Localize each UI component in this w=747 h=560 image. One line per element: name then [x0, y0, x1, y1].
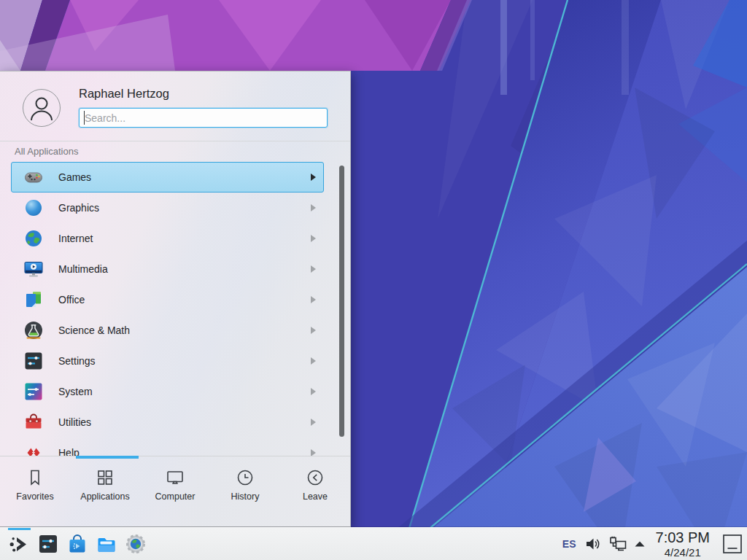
chevron-right-icon [311, 419, 316, 426]
menu-item-help[interactable]: Help [11, 438, 324, 456]
globe-icon [23, 228, 44, 249]
chevron-right-icon [311, 265, 316, 273]
active-tab-indicator [76, 456, 139, 459]
monitor-play-icon [23, 259, 44, 279]
grid-icon [96, 468, 115, 487]
menu-item-utilities[interactable]: Utilities [11, 407, 324, 438]
chevron-right-icon [311, 296, 316, 303]
app-launcher-button[interactable] [4, 528, 34, 560]
menu-item-label: Settings [58, 355, 96, 367]
gamepad-icon [23, 167, 44, 187]
menu-item-graphics[interactable]: Graphics [11, 192, 324, 223]
flask-icon [23, 320, 44, 341]
header-divider [0, 141, 350, 141]
computer-icon [166, 468, 185, 487]
system-tray: ES 7:03 PM 4/24/21 [561, 530, 743, 558]
menu-item-science-math[interactable]: Science & Math [11, 315, 324, 346]
menu-item-office[interactable]: Office [11, 284, 324, 315]
launcher-tab-bar: Favorites Applications [0, 456, 350, 526]
help-hands-icon [23, 443, 44, 456]
menu-item-label: Help [58, 447, 80, 456]
plasma-launcher-icon [8, 533, 30, 555]
browser-globe-icon [125, 533, 147, 555]
discover-icon [66, 533, 88, 555]
tab-favorites[interactable]: Favorites [0, 456, 70, 526]
tab-applications[interactable]: Applications [70, 456, 140, 526]
clock-icon [236, 468, 255, 487]
system-settings-icon [37, 533, 59, 555]
digital-clock[interactable]: 7:03 PM 4/24/21 [656, 530, 710, 558]
tab-computer[interactable]: Computer [140, 456, 210, 526]
sphere-icon [23, 198, 44, 218]
user-icon [23, 90, 60, 126]
web-browser-launcher[interactable] [121, 528, 150, 560]
chevron-right-icon [311, 204, 316, 211]
taskbar-panel: ES 7:03 PM 4/24/21 [0, 527, 747, 560]
menu-item-label: Science & Math [58, 324, 130, 336]
chevron-right-icon [311, 449, 316, 456]
menu-item-settings[interactable]: Settings [11, 346, 324, 376]
category-list: Games Graphics [11, 162, 324, 456]
menu-item-games[interactable]: Games [11, 162, 324, 192]
menu-item-label: System [58, 386, 93, 397]
keyboard-layout-indicator[interactable]: ES [561, 538, 578, 550]
tab-history[interactable]: History [210, 456, 280, 526]
chevron-right-icon [311, 388, 316, 395]
menu-item-label: Internet [58, 233, 93, 244]
folder-icon [96, 533, 117, 555]
system-sliders-icon [23, 381, 44, 402]
menu-item-system[interactable]: System [11, 376, 324, 407]
clock-time: 7:03 PM [656, 530, 710, 545]
section-label: All Applications [15, 146, 78, 157]
leave-icon [306, 468, 325, 487]
system-settings-launcher[interactable] [34, 528, 63, 560]
menu-item-label: Office [58, 294, 85, 306]
application-launcher-menu: Raphael Hertzog All Applications [0, 71, 351, 527]
menu-item-multimedia[interactable]: Multimedia [11, 254, 324, 284]
network-icon[interactable] [608, 535, 627, 553]
chevron-right-icon [311, 327, 316, 334]
desktop: Raphael Hertzog All Applications [0, 0, 747, 560]
chevron-right-icon [311, 235, 316, 242]
tray-expander-icon[interactable] [634, 540, 646, 548]
show-desktop-icon [722, 534, 743, 554]
clock-date: 4/24/21 [656, 547, 710, 558]
sliders-icon [23, 351, 44, 371]
scrollbar[interactable] [339, 166, 344, 437]
show-desktop-button[interactable] [722, 534, 743, 554]
discover-launcher[interactable] [63, 528, 92, 560]
search-input[interactable] [79, 108, 328, 128]
documents-icon [23, 289, 44, 310]
user-name: Raphael Hertzog [79, 87, 169, 101]
text-cursor [84, 111, 85, 125]
toolbox-icon [23, 412, 44, 432]
chevron-right-icon [311, 357, 316, 365]
menu-item-label: Games [58, 171, 91, 183]
user-avatar[interactable] [23, 89, 61, 127]
menu-item-label: Graphics [58, 202, 99, 214]
chevron-right-icon [311, 174, 316, 181]
volume-icon[interactable] [584, 535, 602, 553]
file-manager-launcher[interactable] [92, 528, 121, 560]
bookmark-icon [26, 468, 44, 487]
tab-leave[interactable]: Leave [280, 456, 350, 526]
menu-item-label: Multimedia [58, 263, 108, 275]
menu-item-label: Utilities [58, 416, 91, 428]
menu-item-internet[interactable]: Internet [11, 223, 324, 254]
